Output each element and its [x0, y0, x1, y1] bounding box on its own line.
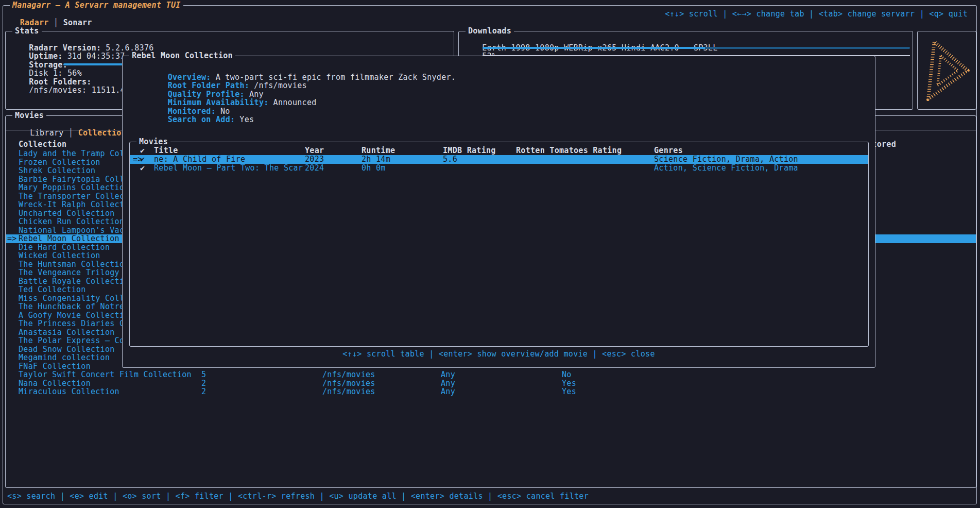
bottom-keybinds: <s> search | <e> edit | <o> sort | <f> f…: [7, 492, 589, 501]
collection-name: Ted Collection: [19, 285, 86, 294]
collection-movie-count: 2: [201, 379, 206, 388]
modal-movies-header-row: ✔ Title Year Runtime IMDB Rating Rotten …: [130, 146, 868, 155]
tab-separator: │: [49, 18, 63, 27]
collection-quality-profile: Any: [441, 370, 455, 379]
collection-name: Frozen Collection: [19, 158, 100, 167]
col-imdb-rating: IMDB Rating: [443, 146, 496, 155]
movie-genres: Science Fiction, Drama, Action: [654, 155, 798, 164]
download-progress-gauge-track: [705, 47, 910, 49]
collection-name: Shrek Collection: [19, 166, 95, 175]
collection-quality-profile: Any: [441, 387, 455, 396]
collection-root-folder: /nfs/movies: [322, 387, 375, 396]
collection-name: Megamind collection: [19, 353, 110, 362]
movie-title: ne: A Child of Fire: [154, 155, 245, 164]
movie-runtime: 0h 0m: [362, 164, 386, 173]
movie-runtime: 2h 14m: [362, 155, 390, 164]
col-title: Title: [154, 146, 178, 155]
col-rotten-tomatoes-rating: Rotten Tomatoes Rating: [516, 146, 622, 155]
collection-search-on-add: No: [562, 370, 572, 379]
download-progress-gauge-fill: [483, 47, 705, 49]
collection-movie-count: 5: [201, 370, 206, 379]
collection-row[interactable]: Nana Collection 2 /nfs/movies Any Yes: [6, 379, 976, 388]
checkmark-icon: ✔: [140, 155, 145, 164]
modal-keybinds: <↑↓> scroll table | <enter> show overvie…: [123, 350, 875, 359]
collection-name: The Vengeance Trilogy: [19, 268, 119, 277]
collection-root-folder: /nfs/movies: [322, 379, 375, 388]
managarr-logo-icon: [919, 37, 975, 105]
collection-details-modal: Rebel Moon Collection Overview:A two-par…: [122, 56, 875, 368]
detail-field: Search on Add:Yes: [129, 107, 866, 116]
modal-movies-rows: => ✔ ne: A Child of Fire 2023 2h 14m 5.6…: [130, 155, 868, 172]
collection-name: Mary Poppins Collection: [19, 183, 129, 192]
logo-panel: [917, 31, 976, 110]
app-title: Managarr – A Servarr management TUI: [10, 1, 183, 10]
movies-panel-title: Movies: [12, 111, 46, 120]
movie-year: 2023: [305, 155, 324, 164]
tab-sonarr[interactable]: Sonarr: [63, 18, 92, 27]
detail-field-label: Search on Add:: [168, 115, 235, 124]
checkmark-icon: ✔: [140, 164, 145, 173]
collection-movie-count: 2: [201, 387, 206, 396]
stats-panel-title: Stats: [12, 27, 42, 36]
downloads-panel-title: Downloads: [466, 27, 514, 36]
detail-field: Monitored:No: [129, 98, 866, 107]
collection-name: Wicked Collection: [19, 251, 100, 260]
movie-year: 2024: [305, 164, 324, 173]
modal-movies-table-title: Movies: [136, 138, 170, 146]
collection-quality-profile: Any: [441, 379, 455, 388]
detail-field: Root Folder Path:/nfs/movies: [129, 73, 866, 82]
uptime-value: 31d 04:35:37: [67, 52, 125, 61]
collection-search-on-add: Yes: [562, 387, 576, 396]
collection-name: Dead Snow Collection: [19, 345, 115, 354]
collection-name: Taylor Swift Concert Film Collection: [19, 370, 192, 379]
col-collection: Collection: [19, 140, 66, 149]
selection-arrow: =>: [7, 234, 17, 243]
servarr-tabs: Radarr │ Sonarr: [10, 10, 92, 27]
modal-movies-table: Movies ✔ Title Year Runtime IMDB Rating …: [129, 142, 869, 347]
collection-name: Battle Royale Collection: [19, 277, 134, 286]
collection-search-on-add: Yes: [562, 379, 576, 388]
collection-name: Anastasia Collection: [19, 328, 115, 337]
collection-name: FNaF Collection: [19, 362, 91, 371]
col-year: Year: [305, 146, 324, 155]
col-runtime: Runtime: [362, 146, 395, 155]
col-check: ✔: [140, 146, 145, 155]
movie-row[interactable]: => ✔ ne: A Child of Fire 2023 2h 14m 5.6…: [130, 155, 868, 164]
modal-fields: Overview:A two-part sci-fi epic from fil…: [129, 64, 866, 115]
collection-name: Chicken Run Collection: [19, 217, 124, 226]
movie-row[interactable]: ✔ Rebel Moon – Part Two: The Scar 2024 0…: [130, 164, 868, 173]
detail-field: Quality Profile:Any: [129, 81, 866, 90]
collection-name: Nana Collection: [19, 379, 91, 388]
collection-root-folder: /nfs/movies: [322, 370, 375, 379]
collection-name: A Goofy Movie Collection: [19, 311, 134, 320]
movie-title: Rebel Moon – Part Two: The Scar: [154, 164, 303, 173]
detail-field: Overview:A two-part sci-fi epic from fil…: [129, 64, 866, 73]
movie-genres: Action, Science Fiction, Drama: [654, 164, 798, 173]
top-keybinds: <↑↓> scroll | <←→> change tab | <tab> ch…: [665, 10, 968, 19]
tab-radarr[interactable]: Radarr: [20, 18, 49, 27]
collection-name: Wreck-It Ralph Collection: [19, 200, 139, 209]
collection-name: Uncharted Collection: [19, 209, 115, 218]
collection-row[interactable]: Taylor Swift Concert Film Collection 5 /…: [6, 370, 976, 379]
collection-name: Die Hard Collection: [19, 243, 110, 252]
collection-name: Rebel Moon Collection: [19, 234, 119, 243]
collection-row[interactable]: Miraculous Collection 2 /nfs/movies Any …: [6, 387, 976, 396]
detail-field-value: Yes: [239, 115, 254, 124]
col-genres: Genres: [654, 146, 683, 155]
movie-imdb-rating: 5.6: [443, 155, 457, 164]
collection-name: Miraculous Collection: [19, 387, 119, 396]
collection-name: The Huntsman Collection: [19, 260, 129, 269]
detail-field: Minimum Availability:Announced: [129, 90, 866, 99]
download-progress-gauge: [483, 47, 910, 49]
modal-title: Rebel Moon Collection: [129, 52, 235, 60]
